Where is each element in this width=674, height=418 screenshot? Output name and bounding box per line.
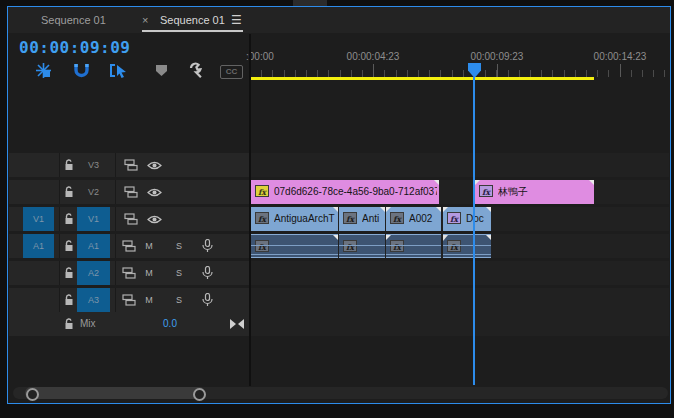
premiere-timeline-panel: Sequence 01 × Sequence 01 ☰ 00:00:09:09: [0, 0, 674, 418]
horizontal-zoom-scrollbar[interactable]: [25, 387, 205, 399]
track-header-v1: V1 V1: [9, 207, 249, 231]
track-header-a3: A3 M S: [9, 288, 249, 312]
track-output-eye-icon[interactable]: [147, 215, 162, 224]
track-content-v2[interactable]: fx 07d6d626-78ce-4a56-9ba0-712af037b8 fx…: [251, 180, 669, 204]
media-end-notch: [380, 207, 385, 212]
clip-a1-2[interactable]: fx: [339, 234, 385, 258]
voiceover-mic-icon[interactable]: [202, 239, 213, 253]
mix-track-label: Mix: [80, 312, 96, 336]
media-start-notch: [475, 180, 480, 185]
media-start-notch: [386, 235, 391, 240]
clip-v1-anti[interactable]: fx Anti: [339, 207, 385, 231]
source-patch-v1[interactable]: V1: [23, 207, 54, 231]
track-content-v3[interactable]: [251, 153, 669, 177]
track-header-v3: V3: [9, 153, 249, 177]
media-end-notch: [589, 180, 594, 185]
sync-lock-icon[interactable]: [124, 186, 138, 198]
clip-label: A002: [409, 207, 439, 231]
track-content-a1[interactable]: fx fx fx fx: [251, 234, 669, 258]
solo-button[interactable]: S: [172, 288, 186, 312]
media-start-notch: [386, 207, 391, 212]
media-end-notch: [434, 180, 439, 185]
mix-volume-value[interactable]: 0.0: [152, 312, 188, 336]
clip-junction-marker: [443, 235, 448, 241]
mute-button[interactable]: M: [142, 261, 156, 285]
mute-button[interactable]: M: [142, 288, 156, 312]
ruler-major-tick: [497, 64, 498, 77]
solo-button[interactable]: S: [172, 234, 186, 258]
source-patch-a1[interactable]: A1: [23, 234, 54, 258]
playhead-timecode[interactable]: 00:00:09:09: [19, 38, 130, 57]
solo-button[interactable]: S: [172, 261, 186, 285]
track-header-a2: A2 M S: [9, 261, 249, 285]
linked-selection-icon[interactable]: [109, 62, 128, 79]
sync-lock-icon[interactable]: [124, 159, 138, 171]
track-header-v2: V2: [9, 180, 249, 204]
clip-v1-a002[interactable]: fx A002: [386, 207, 441, 231]
track-target-a3[interactable]: A3: [77, 288, 110, 312]
track-target-a2[interactable]: A2: [77, 261, 110, 285]
add-marker-icon[interactable]: [155, 64, 168, 77]
zoom-handle-left[interactable]: [26, 388, 39, 401]
mute-button[interactable]: M: [142, 234, 156, 258]
fx-badge-purple: fx: [479, 185, 493, 197]
timeline-settings-wrench-icon[interactable]: [189, 62, 206, 79]
header-content-divider[interactable]: [249, 34, 251, 386]
clip-a1-3[interactable]: fx: [386, 234, 441, 258]
lock-icon[interactable]: [64, 159, 74, 171]
clip-v2-uuid[interactable]: fx 07d6d626-78ce-4a56-9ba0-712af037b8: [251, 180, 439, 204]
track-content-mix[interactable]: [251, 312, 669, 336]
track-header-mix: Mix 0.0: [9, 312, 249, 336]
sync-lock-icon[interactable]: [124, 213, 138, 225]
captions-cc-icon[interactable]: CC: [220, 65, 243, 79]
sync-lock-icon[interactable]: [122, 267, 136, 279]
track-header-a1: A1 A1 M S: [9, 234, 249, 258]
lock-icon[interactable]: [64, 213, 74, 225]
tab-sequence-01-inactive[interactable]: Sequence 01: [41, 7, 106, 33]
zoom-handle-right[interactable]: [193, 388, 206, 401]
track-content-a2[interactable]: [251, 261, 669, 285]
fx-badge-yellow: fx: [255, 185, 269, 197]
track-output-eye-icon[interactable]: [147, 161, 162, 170]
track-output-eye-icon[interactable]: [147, 188, 162, 197]
ruler-major-tick: [373, 64, 374, 77]
fx-badge-gray: fx: [390, 240, 404, 252]
clip-a1-1[interactable]: fx: [251, 234, 338, 258]
track-target-a1[interactable]: A1: [77, 234, 110, 258]
track-target-v3[interactable]: V3: [77, 153, 110, 177]
keyframe-navigator-icon[interactable]: [230, 319, 244, 329]
playhead-line[interactable]: [473, 77, 475, 385]
track-target-v1[interactable]: V1: [77, 207, 110, 231]
fx-badge-gray: fx: [343, 240, 357, 252]
track-content-v1[interactable]: fx AntiguaArchT fx Anti fx A002 fx Doc: [251, 207, 669, 231]
work-area-bar[interactable]: [251, 77, 594, 80]
clip-label: AntiguaArchT: [274, 207, 336, 231]
media-end-notch: [486, 207, 491, 212]
track-target-v2[interactable]: V2: [77, 180, 110, 204]
voiceover-mic-icon[interactable]: [202, 293, 213, 307]
clip-v1-doc[interactable]: fx Doc: [443, 207, 491, 231]
nest-sequences-icon[interactable]: [35, 62, 52, 79]
clip-a1-4[interactable]: fx: [443, 234, 491, 258]
fx-badge-gray: fx: [447, 240, 461, 252]
clip-v2-duck[interactable]: fx 林鴨子: [475, 180, 594, 204]
ruler-label-1: 00:00:04:23: [347, 51, 400, 62]
voiceover-mic-icon[interactable]: [202, 266, 213, 280]
sync-lock-icon[interactable]: [122, 240, 136, 252]
lock-icon[interactable]: [64, 240, 74, 252]
clip-v1-antiguaarcht[interactable]: fx AntiguaArchT: [251, 207, 338, 231]
panel-tab-bar: Sequence 01 × Sequence 01 ☰: [8, 7, 670, 33]
lock-icon[interactable]: [64, 294, 74, 306]
snap-magnet-icon[interactable]: [73, 62, 90, 79]
fx-badge-purple: fx: [447, 212, 461, 224]
lock-icon[interactable]: [64, 318, 74, 330]
lock-icon[interactable]: [64, 186, 74, 198]
media-start-notch: [443, 207, 448, 212]
sync-lock-icon[interactable]: [122, 294, 136, 306]
track-content-a3[interactable]: [251, 288, 669, 312]
ruler-minor-ticks[interactable]: [250, 70, 670, 77]
fx-badge-gray: fx: [343, 212, 357, 224]
ruler-label-3: 00:00:14:23: [594, 51, 647, 62]
lock-icon[interactable]: [64, 267, 74, 279]
active-tab-underline: [142, 30, 243, 32]
